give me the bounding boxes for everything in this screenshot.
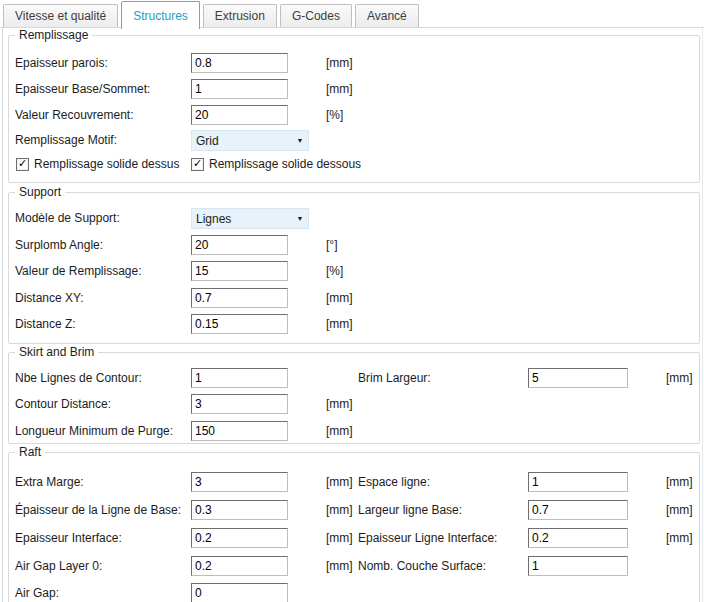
contour-distance-label: Contour Distance:: [15, 397, 111, 411]
epaisseur-de-la-ligne-de-base-input[interactable]: [191, 500, 288, 520]
longueur-minimum-de-purge-label: Longueur Minimum de Purge:: [15, 424, 173, 438]
espace-ligne-label: Espace ligne:: [358, 475, 430, 489]
row-surplomb-angle: Surplomb Angle: [°]: [9, 235, 699, 257]
tab-structures[interactable]: Structures: [121, 1, 200, 29]
row-epaisseur-interface: Epaisseur Interface: [mm] Epaisseur Lign…: [9, 528, 699, 550]
valeur-recouvrement-label: Valeur Recouvrement:: [15, 108, 134, 122]
distance-xy-unit: [mm]: [326, 291, 353, 305]
valeur-de-remplissage-unit: [%]: [326, 264, 343, 278]
epaisseur-parois-input[interactable]: [191, 53, 288, 73]
remplissage-motif-label: Remplissage Motif:: [15, 133, 117, 147]
largeur-ligne-base-unit: [mm]: [666, 503, 693, 517]
largeur-ligne-base-input[interactable]: [528, 500, 628, 520]
epaisseur-ligne-interface-input[interactable]: [528, 528, 628, 548]
group-title-skirt-and-brim: Skirt and Brim: [15, 345, 98, 359]
remplissage-motif-dropdown[interactable]: Grid ▼: [191, 130, 309, 151]
brim-largeur-label: Brim Largeur:: [358, 371, 431, 385]
tab-extrusion[interactable]: Extrusion: [203, 4, 277, 27]
row-air-gap-layer-0: Air Gap Layer 0: [mm] Nomb. Couche Surfa…: [9, 556, 699, 578]
distance-xy-label: Distance XY:: [15, 291, 84, 305]
row-epaisseur-ligne-de-base: Épaisseur de la Ligne de Base: [mm] Larg…: [9, 500, 699, 522]
epaisseur-base-sommet-input[interactable]: [191, 79, 288, 99]
contour-distance-input[interactable]: [191, 394, 288, 414]
row-epaisseur-parois: Epaisseur parois: [mm]: [9, 53, 699, 75]
remplissage-motif-value: Grid: [192, 134, 292, 148]
epaisseur-de-la-ligne-de-base-unit: [mm]: [326, 503, 353, 517]
contour-distance-unit: [mm]: [326, 397, 353, 411]
distance-z-input[interactable]: [191, 314, 288, 334]
air-gap-label: Air Gap:: [15, 586, 59, 600]
valeur-de-remplissage-input[interactable]: [191, 261, 288, 281]
distance-z-unit: [mm]: [326, 317, 353, 331]
row-longueur-minimum-de-purge: Longueur Minimum de Purge: [mm]: [9, 421, 699, 443]
longueur-minimum-de-purge-input[interactable]: [191, 421, 288, 441]
air-gap-layer-0-label: Air Gap Layer 0:: [15, 559, 102, 573]
epaisseur-de-la-ligne-de-base-label: Épaisseur de la Ligne de Base:: [15, 503, 181, 517]
check-icon: ✓: [193, 158, 202, 169]
row-epaisseur-base-sommet: Epaisseur Base/Sommet: [mm]: [9, 79, 699, 101]
epaisseur-base-sommet-label: Epaisseur Base/Sommet:: [15, 82, 150, 96]
epaisseur-parois-unit: [mm]: [326, 56, 353, 70]
row-extra-marge: Extra Marge: [mm] Espace ligne: [mm]: [9, 472, 699, 494]
row-distance-xy: Distance XY: [mm]: [9, 288, 699, 310]
group-title-support: Support: [15, 185, 65, 199]
row-modele-de-support: Modèle de Support: Lignes ▼: [9, 208, 699, 230]
tab-page-border-right: [702, 28, 703, 602]
longueur-minimum-de-purge-unit: [mm]: [326, 424, 353, 438]
tab-g-codes[interactable]: G-Codes: [280, 4, 352, 27]
espace-ligne-unit: [mm]: [666, 475, 693, 489]
valeur-de-remplissage-label: Valeur de Remplissage:: [15, 264, 142, 278]
nomb-couche-surface-label: Nomb. Couche Surface:: [358, 559, 486, 573]
epaisseur-interface-label: Epaisseur Interface:: [15, 531, 122, 545]
air-gap-layer-0-unit: [mm]: [326, 559, 353, 573]
espace-ligne-input[interactable]: [528, 472, 628, 492]
air-gap-input[interactable]: [191, 583, 288, 602]
tab-bar: Vitesse et qualité Structures Extrusion …: [0, 0, 704, 29]
epaisseur-base-sommet-unit: [mm]: [326, 82, 353, 96]
valeur-recouvrement-unit: [%]: [326, 108, 343, 122]
brim-largeur-input[interactable]: [528, 368, 628, 388]
modele-de-support-value: Lignes: [192, 212, 292, 226]
modele-de-support-label: Modèle de Support:: [15, 211, 120, 225]
remplissage-solide-dessus-checkbox[interactable]: ✓ Remplissage solide dessus: [16, 154, 179, 174]
tab-vitesse-et-qualite[interactable]: Vitesse et qualité: [3, 4, 118, 27]
tab-page-border-left: [2, 28, 3, 602]
brim-largeur-unit: [mm]: [666, 371, 693, 385]
row-valeur-recouvrement: Valeur Recouvrement: [%]: [9, 105, 699, 127]
remplissage-solide-dessous-label: Remplissage solide dessous: [209, 157, 361, 171]
surplomb-angle-label: Surplomb Angle:: [15, 238, 103, 252]
tab-avance[interactable]: Avancé: [355, 4, 419, 27]
tab-underline: [0, 27, 704, 28]
epaisseur-interface-input[interactable]: [191, 528, 288, 548]
modele-de-support-dropdown[interactable]: Lignes ▼: [191, 208, 309, 229]
extra-marge-input[interactable]: [191, 472, 288, 492]
checkbox-box: ✓: [191, 158, 204, 171]
valeur-recouvrement-input[interactable]: [191, 105, 288, 125]
group-remplissage: Remplissage Epaisseur parois: [mm] Epais…: [8, 35, 700, 183]
chevron-down-icon[interactable]: ▼: [292, 208, 308, 229]
nbe-lignes-de-contour-label: Nbe Lignes de Contour:: [15, 371, 142, 385]
row-distance-z: Distance Z: [mm]: [9, 314, 699, 336]
air-gap-layer-0-input[interactable]: [191, 556, 288, 576]
row-air-gap: Air Gap:: [9, 583, 699, 602]
extra-marge-unit: [mm]: [326, 475, 353, 489]
largeur-ligne-base-label: Largeur ligne Base:: [358, 503, 462, 517]
check-icon: ✓: [18, 158, 27, 169]
group-support: Support Modèle de Support: Lignes ▼ Surp…: [8, 192, 700, 344]
chevron-down-icon[interactable]: ▼: [292, 130, 308, 151]
group-title-remplissage: Remplissage: [15, 28, 92, 42]
checkbox-box: ✓: [16, 158, 29, 171]
surplomb-angle-unit: [°]: [326, 238, 337, 252]
distance-xy-input[interactable]: [191, 288, 288, 308]
epaisseur-ligne-interface-label: Epaisseur Ligne Interface:: [358, 531, 497, 545]
surplomb-angle-input[interactable]: [191, 235, 288, 255]
remplissage-solide-dessus-label: Remplissage solide dessus: [34, 157, 179, 171]
remplissage-solide-dessous-checkbox[interactable]: ✓ Remplissage solide dessous: [191, 154, 361, 174]
group-title-raft: Raft: [15, 445, 45, 459]
group-skirt-and-brim: Skirt and Brim Nbe Lignes de Contour: Br…: [8, 352, 700, 444]
row-remplissage-solide: ✓ Remplissage solide dessus ✓ Remplissag…: [9, 154, 699, 176]
row-valeur-de-remplissage: Valeur de Remplissage: [%]: [9, 261, 699, 283]
nomb-couche-surface-input[interactable]: [528, 556, 628, 576]
nbe-lignes-de-contour-input[interactable]: [191, 368, 288, 388]
row-contour-distance: Contour Distance: [mm]: [9, 394, 699, 416]
